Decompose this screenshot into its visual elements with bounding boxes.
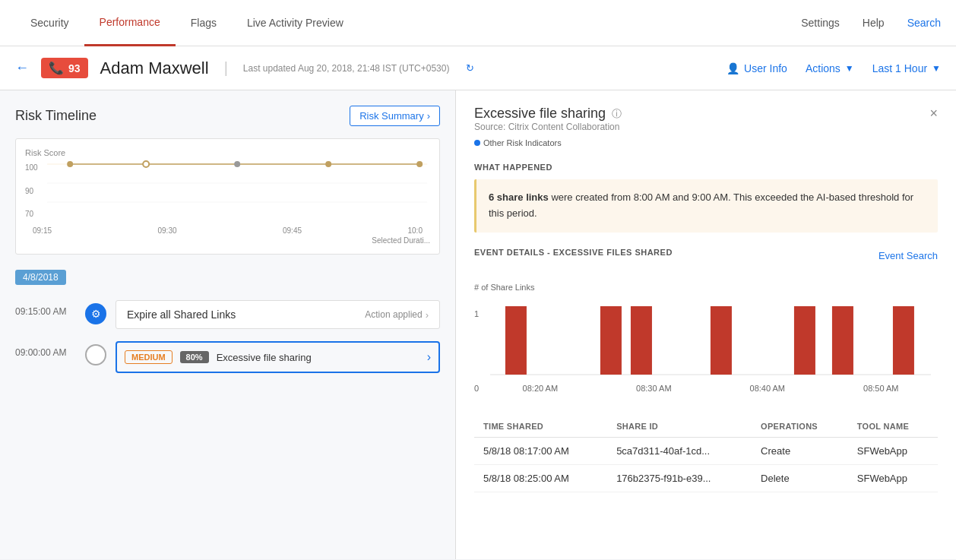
close-button[interactable]: × bbox=[929, 106, 938, 122]
left-panel: Risk Timeline Risk Summary › Risk Score … bbox=[0, 90, 456, 559]
chart-y-70: 70 bbox=[25, 210, 38, 218]
table-header: TIME SHARED SHARE ID OPERATIONS TOOL NAM… bbox=[474, 416, 938, 438]
what-happened-bold: 6 share links bbox=[489, 191, 549, 203]
back-button[interactable]: ← bbox=[15, 60, 29, 76]
actions-button[interactable]: Actions ▼ bbox=[806, 62, 854, 74]
risk-timeline-title: Risk Timeline bbox=[15, 108, 97, 124]
chart-y-label: Risk Score bbox=[25, 148, 430, 157]
event-details-title: EVENT DETAILS - EXCESSIVE FILES SHARED bbox=[474, 248, 673, 257]
user-icon: 👤 bbox=[726, 62, 739, 74]
nav-settings[interactable]: Settings bbox=[801, 17, 840, 29]
circle-icon bbox=[85, 344, 106, 365]
svg-point-5 bbox=[234, 161, 240, 167]
phone-icon: 📞 bbox=[49, 61, 64, 75]
nav-performance[interactable]: Performance bbox=[84, 0, 176, 46]
risk-timeline-header: Risk Timeline Risk Summary › bbox=[15, 106, 440, 126]
main-layout: Risk Timeline Risk Summary › Risk Score … bbox=[0, 90, 956, 559]
header-bar: ← 📞 93 Adam Maxwell | Last updated Aug 2… bbox=[0, 46, 956, 90]
svg-rect-14 bbox=[832, 306, 853, 375]
gear-icon: ⚙ bbox=[85, 303, 106, 324]
bar-chart-svg bbox=[483, 295, 938, 378]
table-body: 5/8/18 08:17:00 AM 5ca7d311-40af-1cd... … bbox=[474, 437, 938, 492]
last-updated: Last updated Aug 20, 2018, 21:48 IST (UT… bbox=[243, 63, 450, 74]
timeline-time-1: 09:15:00 AM bbox=[15, 300, 76, 317]
col-time-shared: TIME SHARED bbox=[474, 416, 607, 438]
cell-share-id-2: 176b2375-f91b-e39... bbox=[607, 464, 752, 492]
info-icon[interactable]: ⓘ bbox=[612, 107, 622, 121]
cell-tool-1: SFWebApp bbox=[848, 437, 938, 464]
user-name: Adam Maxwell bbox=[100, 59, 209, 78]
chevron-down-icon: ▼ bbox=[845, 63, 854, 74]
nav-flags-label: Flags bbox=[191, 17, 217, 29]
nav-search[interactable]: Search bbox=[907, 17, 941, 29]
right-title: Excessive file sharing bbox=[474, 106, 606, 122]
nav-live-activity-label: Live Activity Preview bbox=[247, 17, 343, 29]
right-title-area: Excessive file sharing ⓘ Source: Citrix … bbox=[474, 106, 622, 160]
risk-chart: Risk Score 100 90 70 bbox=[15, 138, 440, 255]
cell-time-2: 5/8/18 08:25:00 AM bbox=[474, 464, 607, 492]
event-search-link[interactable]: Event Search bbox=[878, 250, 938, 261]
cell-tool-2: SFWebApp bbox=[848, 464, 938, 492]
other-risk-badge: Other Risk Indicators bbox=[474, 138, 562, 147]
svg-rect-15 bbox=[893, 306, 914, 375]
bar-y-min: 0 bbox=[474, 384, 479, 393]
source-text: Source: Citrix Content Collaboration bbox=[474, 122, 622, 132]
top-nav: Security Performance Flags Live Activity… bbox=[0, 0, 956, 46]
bar-chart-area: # of Share Links 1 0 bbox=[474, 275, 938, 400]
expire-links-card[interactable]: Expire all Shared Links Action applied › bbox=[116, 300, 440, 329]
what-happened-box: 6 share links were created from 8:00 AM … bbox=[474, 179, 938, 233]
what-happened-text: were created from 8:00 AM and 9:00 AM. T… bbox=[489, 191, 913, 219]
other-risk-label: Other Risk Indicators bbox=[483, 138, 562, 147]
nav-help[interactable]: Help bbox=[863, 17, 885, 29]
col-operations: OPERATIONS bbox=[752, 416, 848, 438]
cell-operations-1: Create bbox=[752, 437, 848, 464]
timeline-item-expire: 09:15:00 AM ⚙ Expire all Shared Links Ac… bbox=[15, 300, 440, 329]
bar-chart-x-labels: 08:20 AM 08:30 AM 08:40 AM 08:50 AM bbox=[483, 384, 938, 393]
svg-rect-13 bbox=[794, 306, 815, 375]
event-inner: MEDIUM 80% Excessive file sharing › bbox=[125, 350, 431, 364]
right-panel: Excessive file sharing ⓘ Source: Citrix … bbox=[456, 90, 956, 559]
nav-performance-label: Performance bbox=[100, 16, 160, 28]
event-container[interactable]: MEDIUM 80% Excessive file sharing › bbox=[116, 341, 440, 373]
nav-right: Settings Help Search bbox=[801, 17, 941, 29]
risk-chart-svg bbox=[44, 160, 430, 221]
chevron-down-icon-2: ▼ bbox=[932, 63, 941, 74]
card-title-expire: Expire all Shared Links bbox=[127, 308, 236, 321]
timeline-item-event: 09:00:00 AM MEDIUM 80% Excessive file sh… bbox=[15, 341, 440, 373]
right-title-row: Excessive file sharing ⓘ bbox=[474, 106, 622, 122]
what-happened-title: WHAT HAPPENED bbox=[474, 163, 938, 172]
nav-security[interactable]: Security bbox=[15, 0, 84, 46]
date-badge: 4/8/2018 bbox=[15, 270, 66, 285]
nav-live-activity[interactable]: Live Activity Preview bbox=[232, 0, 359, 46]
table-row: 5/8/18 08:25:00 AM 176b2375-f91b-e39... … bbox=[474, 464, 938, 492]
card-chevron-icon: › bbox=[426, 309, 429, 321]
svg-rect-10 bbox=[600, 306, 622, 375]
event-table: TIME SHARED SHARE ID OPERATIONS TOOL NAM… bbox=[474, 416, 938, 492]
svg-rect-11 bbox=[631, 306, 652, 375]
svg-rect-12 bbox=[711, 306, 732, 375]
chart-y-90: 90 bbox=[25, 187, 38, 195]
user-info-button[interactable]: 👤 User Info bbox=[726, 62, 787, 74]
col-tool-name: TOOL NAME bbox=[848, 416, 938, 438]
svg-point-4 bbox=[143, 161, 149, 167]
refresh-icon[interactable]: ↻ bbox=[466, 62, 474, 74]
risk-summary-button[interactable]: Risk Summary › bbox=[350, 106, 440, 126]
last-hour-button[interactable]: Last 1 Hour ▼ bbox=[872, 62, 941, 74]
score-badge: 80% bbox=[180, 351, 209, 363]
svg-rect-9 bbox=[505, 306, 527, 375]
cell-time-1: 5/8/18 08:17:00 AM bbox=[474, 437, 607, 464]
card-status-expire: Action applied bbox=[365, 309, 422, 320]
nav-flags[interactable]: Flags bbox=[176, 0, 232, 46]
risk-dot bbox=[474, 140, 480, 146]
cell-share-id-1: 5ca7d311-40af-1cd... bbox=[607, 437, 752, 464]
event-details-header: EVENT DETAILS - EXCESSIVE FILES SHARED E… bbox=[474, 248, 938, 264]
nav-security-label: Security bbox=[30, 17, 69, 29]
cell-operations-2: Delete bbox=[752, 464, 848, 492]
bar-y-max: 1 bbox=[474, 309, 479, 318]
chart-y-100: 100 bbox=[25, 163, 38, 172]
chart-x-labels: 09:15 09:30 09:45 10:0 bbox=[25, 226, 430, 235]
header-divider: | bbox=[224, 59, 228, 77]
event-arrow-icon[interactable]: › bbox=[427, 350, 431, 364]
svg-point-7 bbox=[416, 161, 423, 167]
header-actions: 👤 User Info Actions ▼ Last 1 Hour ▼ bbox=[726, 62, 941, 74]
